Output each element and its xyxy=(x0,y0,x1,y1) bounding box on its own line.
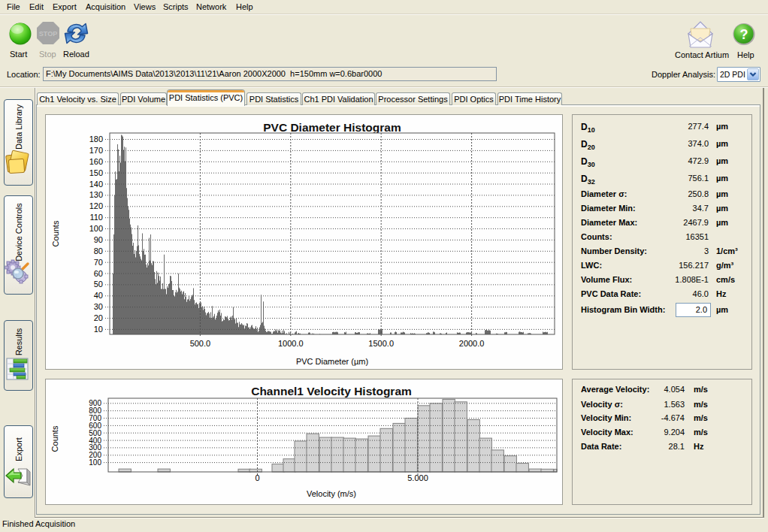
svg-text:100: 100 xyxy=(89,224,103,233)
svg-text:Channel1 Velocity Histogram: Channel1 Velocity Histogram xyxy=(251,385,412,397)
svg-text:180: 180 xyxy=(89,135,103,144)
svg-text:50: 50 xyxy=(94,280,103,289)
svg-text:100: 100 xyxy=(89,458,101,467)
svg-text:STOP: STOP xyxy=(39,30,57,38)
svg-text:Velocity (m/s): Velocity (m/s) xyxy=(307,489,356,498)
svg-text:1000.0: 1000.0 xyxy=(278,339,304,348)
svg-text:200: 200 xyxy=(89,451,101,459)
svg-text:80: 80 xyxy=(94,246,103,255)
svg-text:140: 140 xyxy=(89,180,103,189)
svg-text:20: 20 xyxy=(94,313,103,322)
svg-text:110: 110 xyxy=(89,213,103,222)
svg-text:Counts: Counts xyxy=(50,425,59,452)
svg-text:130: 130 xyxy=(89,190,103,199)
svg-text:600: 600 xyxy=(89,422,101,430)
svg-text:40: 40 xyxy=(94,291,103,300)
svg-text:500: 500 xyxy=(89,429,101,437)
svg-text:900: 900 xyxy=(89,399,101,407)
svg-text:10: 10 xyxy=(94,325,103,334)
svg-text:90: 90 xyxy=(94,235,103,244)
svg-text:120: 120 xyxy=(89,201,103,210)
svg-text:700: 700 xyxy=(89,414,101,422)
svg-text:0: 0 xyxy=(255,473,259,482)
svg-text:2000.0: 2000.0 xyxy=(459,339,485,348)
svg-text:170: 170 xyxy=(89,146,103,155)
svg-text:500.0: 500.0 xyxy=(190,339,211,348)
svg-text:?: ? xyxy=(740,27,748,42)
svg-text:300: 300 xyxy=(89,443,101,452)
svg-text:70: 70 xyxy=(94,258,103,267)
svg-text:5.000: 5.000 xyxy=(407,473,428,482)
svg-text:PVC Diameter Histogram: PVC Diameter Histogram xyxy=(263,121,401,134)
svg-text:400: 400 xyxy=(89,437,101,445)
svg-text:150: 150 xyxy=(89,168,103,177)
svg-text:PVC Diameter (µm): PVC Diameter (µm) xyxy=(296,357,368,366)
svg-text:Counts: Counts xyxy=(51,220,60,246)
svg-text:160: 160 xyxy=(89,157,103,166)
svg-text:30: 30 xyxy=(94,302,103,311)
svg-text:800: 800 xyxy=(89,407,101,415)
svg-text:1500.0: 1500.0 xyxy=(368,339,394,348)
svg-text:60: 60 xyxy=(94,269,103,278)
